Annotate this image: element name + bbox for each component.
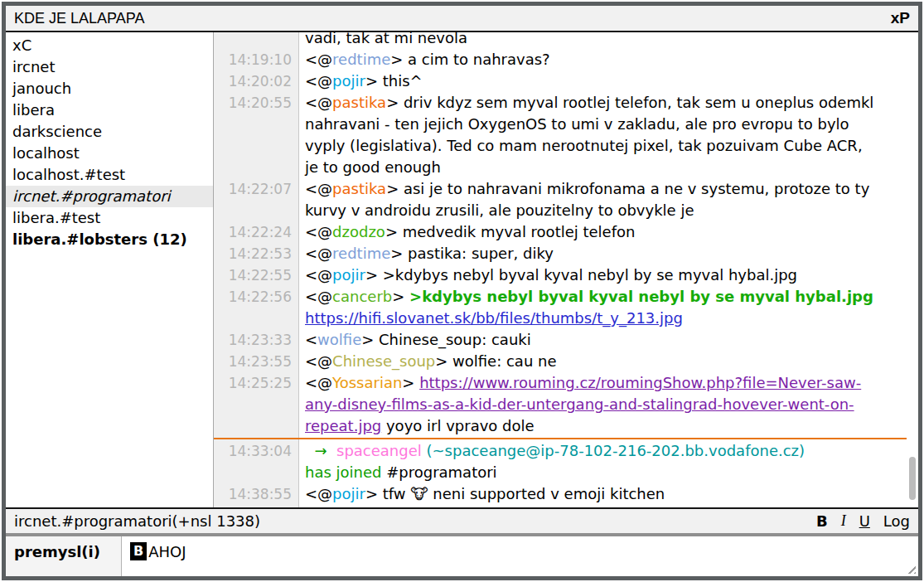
message-row: 14:22:55<@pojir> >kdybys nebyl byval kyv…: [214, 264, 918, 286]
scrollbar-thumb[interactable]: [909, 457, 916, 500]
timestamp: 14:25:25: [214, 372, 298, 394]
sidebar-item[interactable]: localhost: [6, 143, 213, 164]
window-menu-button[interactable]: P: [899, 9, 910, 27]
text-segment: >: [402, 374, 419, 391]
nick: pojir: [332, 485, 365, 502]
sidebar-item[interactable]: libera: [6, 99, 213, 121]
sidebar-item[interactable]: libera.#lobsters (12): [6, 229, 213, 250]
message-row: 14:22:56<@cancerb> >kdybys nebyl byval k…: [214, 286, 918, 329]
message-text: <@pojir> tfw 🐮 neni supported v emoji ki…: [298, 483, 877, 505]
text-segment: <@: [305, 485, 332, 502]
timestamp: 14:23:55: [214, 351, 298, 372]
close-button[interactable]: x: [891, 9, 900, 27]
text-segment: vadi, tak at mi nevola: [305, 32, 467, 46]
status-bar: ircnet.#programatori(+nsl 1338) B I U Lo…: [6, 507, 918, 533]
text-segment: #programatori: [381, 463, 496, 481]
text-segment: <@: [305, 352, 332, 370]
title-bar: KDE JE LALAPAPA xP: [6, 6, 918, 32]
text-segment: > a cim to nahravas?: [390, 51, 549, 68]
underline-button[interactable]: U: [859, 512, 870, 530]
input-row: premysl(i) BAHOJ: [6, 533, 918, 576]
message-row: 14:25:25<@Yossarian> https://www.rouming…: [214, 372, 918, 437]
channel-status-text: ircnet.#programatori(+nsl 1338): [14, 512, 260, 530]
sidebar-item[interactable]: ircnet.#programatori: [6, 186, 213, 207]
resize-handle-icon[interactable]: [905, 563, 916, 574]
text-segment: > tfw 🐮 neni supported v emoji kitchen: [365, 485, 665, 502]
bold-button[interactable]: B: [816, 512, 828, 530]
message-text: <@pastika> driv kdyz sem myval rootlej t…: [298, 92, 877, 178]
nick: dzodzo: [332, 223, 385, 240]
timestamp: 14:20:55: [214, 92, 298, 114]
text-segment: > Chinese_soup: cauki: [361, 331, 531, 348]
sidebar-item[interactable]: xC: [6, 35, 213, 56]
nick: wolfie: [317, 331, 361, 348]
message-text: <@dzodzo> medvedik myval rootlej telefon: [298, 221, 877, 243]
sidebar-item[interactable]: janouch: [6, 78, 213, 99]
message-row: 14:33:04 → spaceangel (~spaceange@ip-78-…: [214, 440, 918, 483]
text-segment: has joined: [305, 463, 381, 481]
nick: redtime: [332, 51, 390, 68]
text-segment: yoyo irl vpravo dole: [381, 417, 534, 434]
message-text: <@redtime> pastika: super, diky: [298, 243, 877, 264]
nick: pastika: [332, 94, 386, 111]
message-row: vadi, tak at mi nevola: [214, 32, 918, 49]
nick: spaceangel: [336, 442, 422, 459]
text-segment: <@: [305, 374, 332, 391]
nick: redtime: [332, 245, 390, 262]
message-log: vadi, tak at mi nevola14:19:10<@redtime>…: [214, 32, 918, 505]
timestamp: 14:22:53: [214, 243, 298, 264]
unread-separator: [214, 438, 907, 439]
message-row: 14:20:55<@pastika> driv kdyz sem myval r…: [214, 92, 918, 178]
text-segment: <@: [305, 72, 332, 90]
nick: pastika: [332, 180, 386, 197]
sidebar-item[interactable]: ircnet: [6, 56, 213, 78]
message-text: <@cancerb> >kdybys nebyl byval kyval neb…: [298, 286, 877, 329]
text-segment: > >kdybys nebyl byval kyval nebyl by se …: [365, 266, 797, 284]
nick: pojir: [332, 266, 365, 284]
text-segment: > wolfie: cau ne: [435, 352, 556, 370]
message-row: 14:20:02<@pojir> this^: [214, 70, 918, 92]
message-row: 14:22:07<@pastika> asi je to nahravani m…: [214, 178, 918, 221]
timestamp: 14:20:02: [214, 70, 298, 92]
timestamp: 14:22:55: [214, 264, 298, 286]
text-segment: →: [314, 442, 327, 459]
nick: Yossarian: [332, 374, 402, 391]
timestamp: 14:33:04: [214, 440, 298, 462]
message-text: <@pastika> asi je to nahravani mikrofona…: [298, 178, 877, 221]
sidebar-item[interactable]: libera.#test: [6, 207, 213, 229]
text-segment: > this^: [365, 72, 423, 90]
text-segment: > pastika: super, diky: [390, 245, 554, 262]
timestamp: 14:38:55: [214, 483, 298, 505]
nick: pojir: [332, 72, 365, 90]
text-segment: <: [305, 331, 317, 348]
message-row: 14:22:53<@redtime> pastika: super, diky: [214, 243, 918, 264]
text-segment: <@: [305, 223, 332, 240]
message-row: 14:23:55<@Chinese_soup> wolfie: cau ne: [214, 351, 918, 372]
text-segment: [327, 442, 336, 459]
text-segment: > driv kdyz sem myval rootlej telefon, t…: [305, 94, 878, 176]
format-buttons: B I U Log: [816, 512, 910, 530]
timestamp: 14:22:24: [214, 221, 298, 243]
sidebar-item[interactable]: darkscience: [6, 121, 213, 143]
sidebar-item[interactable]: localhost.#test: [6, 164, 213, 186]
timestamp: 14:22:07: [214, 178, 298, 200]
window-controls: xP: [891, 9, 910, 27]
text-segment: <@: [305, 288, 332, 305]
text-segment: >: [392, 288, 409, 305]
main-area: xCircnetjanouchliberadarksciencelocalhos…: [6, 32, 918, 507]
message-text: → spaceangel (~spaceange@ip-78-102-216-2…: [298, 440, 877, 483]
message-text: <@Chinese_soup> wolfie: cau ne: [298, 351, 877, 372]
italic-button[interactable]: I: [841, 512, 846, 530]
log-button[interactable]: Log: [883, 512, 910, 530]
text-segment: <@: [305, 51, 332, 68]
text-segment: >kdybys nebyl byval kyval nebyl by se my…: [409, 288, 873, 305]
message-text: <@pojir> this^: [298, 70, 877, 92]
message-text: <wolfie> Chinese_soup: cauki: [298, 329, 877, 351]
chat-area: vadi, tak at mi nevola14:19:10<@redtime>…: [214, 32, 918, 507]
message-text: <@pojir> >kdybys nebyl byval kyval nebyl…: [298, 264, 877, 286]
link[interactable]: https://hifi.slovanet.sk/bb/files/thumbs…: [305, 309, 683, 327]
window-title: KDE JE LALAPAPA: [14, 10, 144, 27]
message-input[interactable]: BAHOJ: [122, 536, 918, 576]
nick: Chinese_soup: [332, 352, 435, 370]
timestamp: 14:22:56: [214, 286, 298, 308]
